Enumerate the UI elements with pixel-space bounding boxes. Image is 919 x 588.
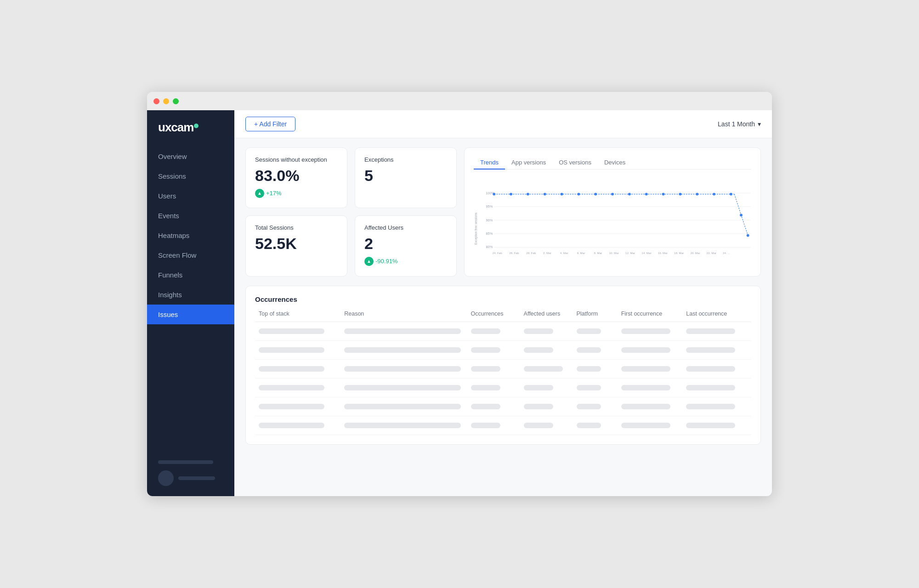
svg-text:Exception free sessions: Exception free sessions: [474, 212, 478, 244]
svg-point-23: [679, 192, 681, 195]
skeleton-cell: [344, 366, 461, 372]
tab-devices[interactable]: Devices: [598, 156, 632, 170]
svg-point-17: [577, 192, 580, 195]
metric-exceptions: Exceptions 5: [355, 147, 457, 208]
skeleton-cell: [259, 328, 324, 334]
svg-text:14. Mar: 14. Mar: [641, 251, 651, 254]
sidebar-item-heatmaps[interactable]: Heatmaps: [147, 226, 234, 245]
main-content: + Add Filter Last 1 Month ▾ Sessions wit…: [234, 110, 772, 496]
th-last-occurrence: Last occurrence: [686, 311, 748, 317]
metric-value-total: 52.5K: [255, 235, 338, 253]
table-row[interactable]: [255, 416, 751, 435]
skeleton-cell: [577, 385, 601, 390]
skeleton-cell: [344, 423, 461, 428]
minimize-dot[interactable]: [163, 98, 169, 104]
table-row[interactable]: [255, 397, 751, 416]
title-bar: [147, 92, 772, 110]
sidebar-item-issues[interactable]: Issues: [147, 305, 234, 324]
skeleton-cell: [259, 423, 324, 428]
svg-text:22. Mar: 22. Mar: [707, 251, 716, 254]
sidebar-item-overview[interactable]: Overview: [147, 147, 234, 166]
skeleton-cell: [259, 347, 324, 353]
svg-text:28. Feb: 28. Feb: [526, 251, 536, 254]
date-filter[interactable]: Last 1 Month ▾: [718, 120, 761, 128]
content-area: Sessions without exception 83.0% ▲ +17% …: [234, 138, 772, 496]
tab-os-versions[interactable]: OS versions: [552, 156, 598, 170]
svg-text:10. Mar: 10. Mar: [609, 251, 619, 254]
avatar: [158, 470, 174, 486]
topbar: + Add Filter Last 1 Month ▾: [234, 110, 772, 138]
skeleton-cell: [344, 404, 461, 409]
skeleton-cell: [577, 347, 601, 353]
down-arrow-icon: ▲: [364, 257, 374, 266]
logo-dot: [194, 124, 199, 128]
occurrences-title: Occurrences: [255, 295, 751, 303]
skeleton-cell: [524, 328, 553, 334]
skeleton-cell: [471, 404, 500, 409]
svg-point-14: [527, 192, 529, 195]
skeleton-cell: [621, 366, 670, 372]
skeleton-cell: [524, 385, 553, 390]
add-filter-button[interactable]: + Add Filter: [245, 117, 295, 131]
skeleton-cell: [621, 347, 670, 353]
table-row[interactable]: [255, 379, 751, 397]
trends-chart-svg: 100% 95% 90% 85% 80% Exception free sess…: [474, 176, 751, 268]
svg-point-27: [740, 214, 743, 216]
sidebar-item-funnels[interactable]: Funnels: [147, 265, 234, 285]
svg-text:2. Mar: 2. Mar: [543, 251, 551, 254]
username-placeholder: [178, 476, 215, 480]
skeleton-cell: [621, 423, 670, 428]
metric-value-affected: 2: [364, 235, 447, 253]
table-row[interactable]: [255, 322, 751, 341]
svg-text:20. Mar: 20. Mar: [690, 251, 700, 254]
svg-point-12: [493, 192, 495, 195]
svg-text:8. Mar: 8. Mar: [594, 251, 602, 254]
svg-text:80%: 80%: [486, 245, 493, 249]
svg-point-20: [628, 192, 631, 195]
skeleton-cell: [344, 328, 461, 334]
sidebar-user: [158, 470, 223, 486]
tab-trends[interactable]: Trends: [474, 156, 505, 170]
sidebar-logo: uxcam: [147, 110, 234, 143]
skeleton-cell: [621, 404, 670, 409]
metric-value-sessions: 83.0%: [255, 167, 338, 185]
chart-tabs: Trends App versions OS versions Devices: [474, 156, 751, 170]
sidebar: uxcam Overview Sessions Users Events Hea…: [147, 110, 234, 496]
sidebar-item-events[interactable]: Events: [147, 206, 234, 226]
badge-value-affected: -90.91%: [375, 258, 397, 265]
svg-text:18. Mar: 18. Mar: [674, 251, 684, 254]
skeleton-cell: [259, 404, 324, 409]
svg-point-24: [696, 192, 698, 195]
skeleton-cell: [259, 366, 324, 372]
svg-point-15: [544, 192, 546, 195]
sidebar-item-insights[interactable]: Insights: [147, 285, 234, 305]
svg-text:85%: 85%: [486, 231, 493, 235]
trends-chart-card: Trends App versions OS versions Devices …: [464, 147, 761, 277]
metric-badge-sessions: ▲ +17%: [255, 189, 282, 198]
sidebar-bottom: [147, 452, 234, 496]
sidebar-item-sessions[interactable]: Sessions: [147, 166, 234, 186]
table-row[interactable]: [255, 341, 751, 360]
sidebar-item-users[interactable]: Users: [147, 186, 234, 206]
chart-area: 100% 95% 90% 85% 80% Exception free sess…: [474, 176, 751, 268]
skeleton-cell: [471, 385, 500, 390]
metric-value-exceptions: 5: [364, 167, 447, 185]
skeleton-cell: [344, 347, 461, 353]
skeleton-cell: [577, 328, 601, 334]
close-dot[interactable]: [153, 98, 159, 104]
table-row[interactable]: [255, 360, 751, 379]
svg-text:90%: 90%: [486, 218, 493, 222]
logo-ux: ux: [158, 120, 171, 135]
svg-point-18: [594, 192, 597, 195]
sidebar-item-screen-flow[interactable]: Screen Flow: [147, 245, 234, 265]
svg-text:6. Mar: 6. Mar: [577, 251, 585, 254]
up-arrow-icon: ▲: [255, 189, 264, 198]
svg-point-16: [561, 192, 563, 195]
top-section: Sessions without exception 83.0% ▲ +17% …: [245, 147, 761, 277]
metric-sessions-without-exception: Sessions without exception 83.0% ▲ +17%: [245, 147, 347, 208]
skeleton-cell: [686, 328, 735, 334]
maximize-dot[interactable]: [173, 98, 179, 104]
skeleton-cell: [686, 385, 735, 390]
th-top-of-stack: Top of stack: [259, 311, 340, 317]
tab-app-versions[interactable]: App versions: [505, 156, 552, 170]
